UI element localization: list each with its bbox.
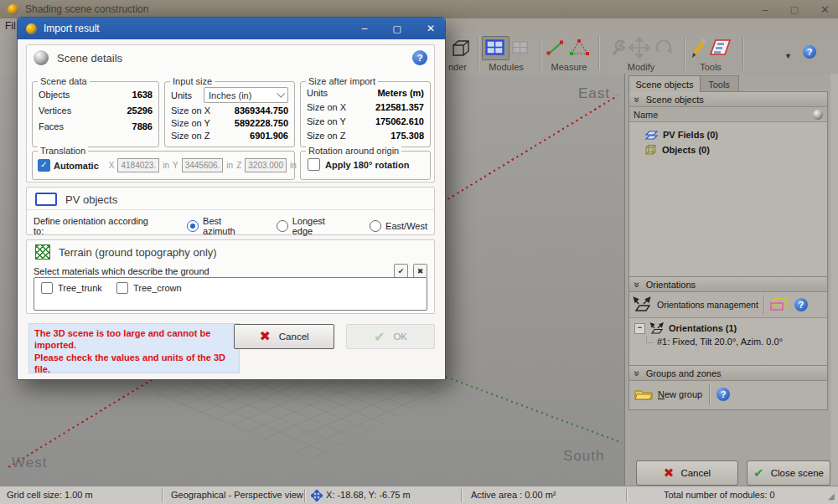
orientations-help-icon[interactable]: ? (794, 298, 808, 311)
chevron-down-icon: » (633, 96, 641, 102)
import-result-dialog: Import result – ▢ ✕ Scene details ? Scen… (17, 17, 446, 380)
orientations-section-header[interactable]: » Orientations (629, 277, 827, 292)
material-tree-trunk[interactable]: Tree_trunk (41, 282, 102, 294)
new-group-button[interactable]: New group (634, 388, 702, 401)
separator (709, 384, 710, 404)
wrench-icon (607, 38, 628, 61)
modules-grid-icon (485, 39, 504, 59)
scene-details-section: Scene details ? Scene data Objects1638 V… (26, 44, 435, 183)
close-scene-button[interactable]: ✔ Close scene (747, 460, 830, 486)
size-row: Size on Y175062.610 (301, 116, 430, 126)
size-row: Size on Z6901.906 (165, 131, 294, 141)
size-row: Size on X212581.357 (301, 102, 430, 112)
groups-zones-box: » Groups and zones New group ? (628, 365, 828, 410)
green-check-icon: ✔ (753, 467, 764, 479)
chevron-down-icon: » (633, 281, 641, 287)
orientation-according-label: Define orientation according to: (34, 216, 152, 236)
checkbox-icon (41, 282, 53, 294)
status-separator (304, 489, 305, 502)
dialog-close-button[interactable]: ✕ (427, 23, 435, 34)
measure-button[interactable]: Measure (543, 33, 595, 74)
rotate-icon (654, 38, 675, 61)
resize-grip-icon[interactable]: ◢ (828, 491, 835, 501)
scene-objects-box: » Scene objects Name PV Fields (0) Objec… (628, 91, 828, 294)
move-icon (628, 37, 650, 62)
rotation-checkbox[interactable] (308, 158, 320, 171)
minimize-button[interactable]: – (762, 3, 768, 16)
status-view-mode: Geographical - Perspective view (171, 490, 303, 500)
automatic-checkbox[interactable]: ✓ (38, 159, 50, 172)
input-size-groupbox: Input size Units Inches (in) Size on X83… (164, 81, 295, 147)
orientation-colors-icon[interactable] (769, 297, 789, 312)
terrain-title: Terrain (ground topography only) (59, 246, 217, 259)
tab-scene-objects[interactable]: Scene objects (628, 75, 701, 92)
measure-line-icon (545, 38, 566, 61)
translation-y-field: 3445606. (182, 158, 224, 172)
toolbar-dropdown-icon[interactable]: ▼ (784, 52, 792, 60)
red-x-icon: ✖ (259, 331, 270, 342)
radio-east-west[interactable]: East/West (370, 220, 427, 232)
toolbar-separator (742, 37, 743, 70)
tree-item-orientation-1[interactable]: #1: Fixed, Tilt 20.0°, Azim. 0.0° (646, 337, 827, 347)
status-cursor-coords: X: -18.68, Y: -6.75 m (326, 490, 411, 500)
units-row: Units Inches (in) (165, 87, 294, 103)
dialog-cancel-button[interactable]: ✖ Cancel (234, 324, 334, 349)
close-button[interactable]: ✕ (820, 3, 830, 16)
size-row: Size on Y5892228.750 (165, 118, 294, 128)
material-tree-crown[interactable]: Tree_crown (116, 282, 182, 294)
main-titlebar[interactable]: Shading scene construction – ▢ ✕ (0, 0, 838, 18)
dialog-titlebar[interactable]: Import result – ▢ ✕ (18, 18, 445, 39)
tools-shapes-icon (709, 38, 732, 61)
pv-objects-section: PV objects Define orientation according … (26, 187, 435, 235)
pv-fields-icon (644, 130, 659, 141)
modules-grid-icon-disabled (512, 41, 528, 58)
pv-rectangle-icon (35, 193, 57, 206)
scene-details-help-icon[interactable]: ? (412, 50, 427, 65)
check-all-button[interactable]: ✔ (394, 264, 408, 278)
toolbar-separator (684, 37, 685, 70)
move-cursor-icon (311, 490, 323, 501)
panel-cancel-button[interactable]: ✖ Cancel (636, 460, 738, 486)
status-active-area: Active area : 0.00 m² (471, 490, 556, 500)
orientations-management-button[interactable]: Orientations management (633, 296, 758, 313)
modules-button[interactable]: Modules (480, 33, 532, 74)
translation-x-field: 4184023. (117, 158, 159, 172)
radio-longest-edge[interactable]: Longest edge (277, 216, 343, 236)
groups-help-icon[interactable]: ? (716, 388, 730, 401)
tree-item-pv-fields[interactable]: PV Fields (0) (644, 127, 827, 142)
scene-data-row: Faces7886 (33, 121, 158, 131)
scene-data-row: Vertices25296 (33, 105, 158, 116)
units-combobox[interactable]: Inches (in) (204, 87, 288, 103)
name-column-header[interactable]: Name (629, 107, 827, 122)
dialog-title: Import result (44, 23, 100, 34)
status-separator (162, 489, 163, 502)
tab-tools[interactable]: Tools (699, 75, 739, 93)
pencil-icon (689, 37, 709, 62)
chevron-down-icon (277, 90, 285, 98)
objects-cube-icon (644, 144, 658, 156)
materials-listbox[interactable]: Tree_trunk Tree_crown (34, 277, 427, 311)
orientation-icon (633, 296, 653, 313)
scene-objects-section-header[interactable]: » Scene objects (629, 92, 827, 107)
groups-zones-section-header[interactable]: » Groups and zones (629, 366, 827, 381)
main-window-title: Shading scene construction (25, 3, 148, 15)
collapse-expander-icon[interactable]: − (634, 323, 645, 334)
menu-file[interactable]: Fil (5, 20, 16, 32)
pv-objects-title: PV objects (65, 193, 117, 206)
radio-best-azimuth[interactable]: Best azimuth (187, 216, 251, 236)
toolbar-separator (478, 37, 478, 70)
dialog-minimize-button[interactable]: – (362, 23, 368, 34)
radio-icon (277, 220, 288, 232)
tree-item-orientations-root[interactable]: − Orientations (1) (634, 322, 827, 334)
toolbar-help-icon[interactable]: ? (803, 45, 816, 59)
red-x-icon: ✖ (664, 467, 675, 479)
dialog-maximize-button[interactable]: ▢ (393, 23, 401, 34)
tools-button[interactable]: Tools (687, 33, 734, 74)
scene-details-title: Scene details (57, 52, 122, 64)
modify-button[interactable]: Modify (605, 33, 677, 74)
maximize-button[interactable]: ▢ (790, 4, 799, 15)
orientation-icon (649, 322, 665, 334)
uncheck-all-button[interactable]: ✖ (413, 264, 427, 278)
tree-item-objects[interactable]: Objects (0) (644, 142, 827, 157)
status-grid-cell-size: Grid cell size: 1.00 m (7, 490, 93, 500)
